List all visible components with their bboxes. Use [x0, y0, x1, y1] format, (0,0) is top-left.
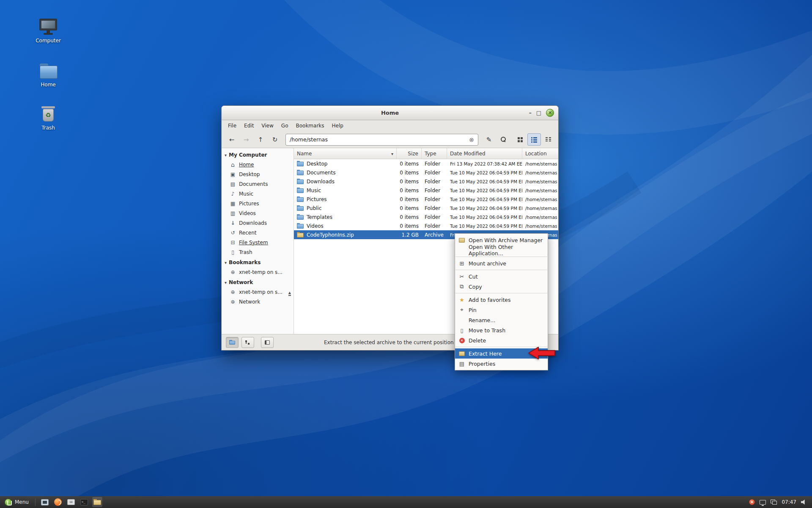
menu-help[interactable]: Help [328, 121, 347, 130]
column-header-name[interactable]: Name [294, 148, 397, 159]
back-icon [229, 136, 235, 144]
compact-view-button[interactable] [541, 133, 555, 146]
menu-edit[interactable]: Edit [240, 121, 258, 130]
maximize-button[interactable] [536, 110, 541, 116]
table-row[interactable]: Downloads 0 items Folder Tue 10 May 2022… [294, 177, 558, 186]
menu-item-move-to-trash[interactable]: Move to Trash [455, 325, 548, 335]
toggle-places-button[interactable] [226, 337, 239, 348]
edit-location-button[interactable] [482, 133, 496, 146]
system-tray: 07:47 [749, 499, 812, 505]
table-row[interactable]: Documents 0 items Folder Tue 10 May 2022… [294, 168, 558, 177]
email-icon [67, 499, 75, 505]
file-date: Tue 10 May 2022 06:04:59 PM EEST [447, 170, 522, 175]
sidebar-section-bookmarks[interactable]: Bookmarks [222, 257, 294, 267]
table-row[interactable]: Templates 0 items Folder Tue 10 May 2022… [294, 213, 558, 221]
desktop-icon-home[interactable]: Home [28, 63, 69, 88]
firefox-launcher[interactable] [53, 497, 63, 507]
menu-bookmarks[interactable]: Bookmarks [292, 121, 328, 130]
menu-button[interactable]: Menu [0, 496, 33, 508]
search-button[interactable] [497, 133, 510, 146]
menu-item-mount-archive[interactable]: Mount archive [455, 258, 548, 268]
eject-icon [288, 289, 291, 296]
sidebar-item-music[interactable]: Music [222, 189, 294, 199]
menu-item-copy[interactable]: Copy [455, 282, 548, 292]
menu-go[interactable]: Go [277, 121, 292, 130]
pin-icon [458, 306, 465, 313]
chevron-down-icon [225, 279, 227, 285]
sidebar-item-videos[interactable]: Videos [222, 208, 294, 218]
network-icon[interactable] [771, 500, 777, 505]
sidebar-item-trash[interactable]: Trash [222, 247, 294, 257]
menu-item-open-with-other-application[interactable]: Open With Other Application... [455, 245, 548, 255]
email-launcher[interactable] [66, 497, 76, 507]
icon-view-button[interactable] [513, 133, 527, 146]
sidebar-item-recent[interactable]: Recent [222, 228, 294, 237]
menu-item-add-to-favorites[interactable]: Add to favorites [455, 295, 548, 305]
toggle-treeview-button[interactable] [241, 337, 254, 348]
location-bar[interactable]: /home/sternas [285, 134, 478, 146]
sidebar-item-home[interactable]: Home [222, 160, 294, 169]
desktop: Computer Home ♻ Trash Home File Edit Vie… [0, 0, 812, 508]
terminal-icon [80, 499, 88, 505]
table-row[interactable]: Public 0 items Folder Tue 10 May 2022 06… [294, 204, 558, 213]
file-type: Folder [422, 223, 447, 229]
sidebar-item-network[interactable]: Network [222, 297, 294, 306]
column-header-type[interactable]: Type [422, 148, 447, 159]
column-header-location[interactable]: Location [522, 148, 558, 159]
column-header-date-modified[interactable]: Date Modified [447, 148, 522, 159]
clear-location-icon[interactable] [469, 136, 474, 143]
eject-button[interactable] [288, 289, 291, 295]
sidebar-item-desktop[interactable]: Desktop [222, 169, 294, 179]
refresh-button[interactable] [268, 133, 282, 146]
menu-item-cut[interactable]: Cut [455, 271, 548, 282]
file-name: Pictures [307, 196, 327, 202]
update-manager-icon[interactable] [749, 499, 755, 505]
table-row[interactable]: Pictures 0 items Folder Tue 10 May 2022 … [294, 195, 558, 204]
sidebar-item-downloads[interactable]: Downloads [222, 218, 294, 228]
forward-button[interactable] [239, 133, 253, 146]
menu-label: Menu [15, 499, 29, 505]
back-button[interactable] [225, 133, 239, 146]
downloads-icon [230, 220, 236, 226]
menu-item-pin[interactable]: Pin [455, 305, 548, 315]
section-header-label: Bookmarks [229, 260, 261, 265]
volume-icon[interactable] [801, 500, 807, 505]
up-button[interactable] [254, 133, 267, 146]
file-type: Folder [422, 170, 447, 176]
close-button[interactable] [546, 109, 554, 117]
file-manager-task[interactable] [92, 497, 102, 507]
sidebar-item-documents[interactable]: Documents [222, 179, 294, 189]
file-size: 0 items [397, 214, 422, 220]
sidebar-item-pictures[interactable]: Pictures [222, 199, 294, 208]
list-header: Name Size Type Date Modified Location [294, 148, 558, 159]
column-header-size[interactable]: Size [397, 148, 422, 159]
toggle-sidebar-button[interactable] [261, 337, 274, 348]
display-settings-icon[interactable] [760, 500, 766, 505]
menu-view[interactable]: View [258, 121, 277, 130]
titlebar[interactable]: Home [222, 106, 558, 120]
table-row[interactable]: Videos 0 items Folder Tue 10 May 2022 06… [294, 221, 558, 230]
sidebar-item-bookmark-xnet-temp[interactable]: xnet-temp on s... [222, 267, 294, 277]
desktop-icon-trash[interactable]: ♻ Trash [28, 106, 69, 131]
table-row[interactable]: Desktop 0 items Folder Fri 13 May 2022 0… [294, 159, 558, 168]
sidebar-item-network-xnet-temp[interactable]: xnet-temp on s... [222, 287, 294, 297]
table-row[interactable]: Music 0 items Folder Tue 10 May 2022 06:… [294, 186, 558, 195]
list-view-button[interactable] [527, 133, 541, 146]
menu-item-rename[interactable]: Rename... [455, 315, 548, 325]
desktop-icon-computer[interactable]: Computer [28, 19, 69, 44]
file-type: Folder [422, 188, 447, 193]
minimize-button[interactable] [529, 110, 532, 116]
terminal-launcher[interactable] [79, 497, 89, 507]
sidebar-item-file-system[interactable]: File System [222, 237, 294, 247]
show-desktop-button[interactable] [40, 497, 50, 507]
menu-file[interactable]: File [224, 121, 240, 130]
clock[interactable]: 07:47 [782, 499, 796, 505]
file-date: Tue 10 May 2022 06:04:59 PM EEST [447, 206, 522, 211]
file-date: Tue 10 May 2022 06:04:59 PM EEST [447, 188, 522, 193]
menu-item-delete[interactable]: Delete [455, 335, 548, 345]
sidebar-section-network[interactable]: Network [222, 277, 294, 287]
mount-icon [458, 260, 465, 267]
sort-arrow-icon[interactable] [391, 151, 393, 157]
taskbar: Menu 07:47 [0, 496, 812, 508]
sidebar-section-my-computer[interactable]: My Computer [222, 149, 294, 160]
